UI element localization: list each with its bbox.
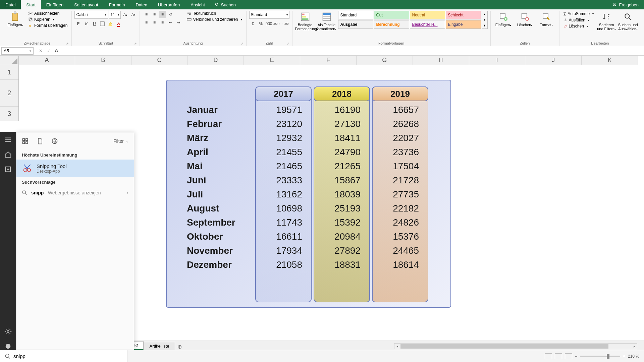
paste-button[interactable]: Einfügen▾ [5,11,25,27]
column-header[interactable]: K [582,56,638,65]
copy-button[interactable]: Kopieren▾ [27,17,69,22]
sort-filter-button[interactable]: Sortieren und Filtern▾ [596,11,616,31]
taskbar-search-box[interactable] [0,350,127,362]
hamburger-icon[interactable] [4,136,12,143]
column-header[interactable]: G [357,56,413,65]
style-gut[interactable]: Gut [374,11,409,19]
horizontal-scrollbar[interactable]: ◂ ▸ [394,343,637,349]
format-painter-button[interactable]: Format übertragen [27,23,69,28]
decrease-font-button[interactable]: A▾ [129,11,137,18]
select-all-button[interactable] [0,56,19,65]
column-header[interactable]: C [131,56,188,65]
scroll-left-button[interactable]: ◂ [394,344,400,349]
align-center-button[interactable]: ≡ [151,19,158,26]
font-size-dropdown[interactable]: 11▾ [109,11,121,19]
column-header[interactable]: B [75,56,131,65]
bold-button[interactable]: F [74,20,82,27]
italic-button[interactable]: K [83,20,90,27]
font-name-dropdown[interactable]: Calibri▾ [74,11,108,19]
underline-button[interactable]: U [91,20,98,27]
cortana-icon[interactable] [4,343,12,350]
view-page-layout-button[interactable] [555,353,562,359]
row-header[interactable]: 3 [0,107,18,121]
cut-button[interactable]: Ausschneiden [27,11,69,16]
zoom-level[interactable]: 210 % [628,354,639,359]
font-launcher[interactable]: ⤢ [134,42,137,45]
style-standard[interactable]: Standard [338,11,373,19]
clock-icon[interactable] [4,166,12,173]
align-bottom-button[interactable]: ≡ [159,11,166,18]
accounting-format-button[interactable]: € [249,20,257,27]
tab-start[interactable]: Start [21,0,41,9]
tab-seitenlayout[interactable]: Seitenlayout [69,0,104,9]
row-header[interactable]: 2 [0,80,18,107]
number-launcher[interactable]: ⤢ [287,42,289,45]
formula-input[interactable] [62,47,644,55]
align-left-button[interactable]: ≡ [143,19,150,26]
zoom-slider[interactable] [580,356,620,357]
clipboard-launcher[interactable]: ⤢ [66,42,69,45]
scroll-thumb[interactable] [400,344,608,349]
row-header[interactable]: 1 [0,65,18,80]
fill-color-button[interactable] [107,20,114,27]
home-icon[interactable] [4,151,12,158]
number-format-dropdown[interactable]: Standard▾ [249,11,289,19]
zoom-in-button[interactable]: + [623,354,625,359]
style-berechnung[interactable]: Berechnung [374,20,409,29]
gear-icon[interactable] [4,328,12,335]
tab-ansicht[interactable]: Ansicht [185,0,210,9]
merge-center-button[interactable]: Verbinden und zentrieren▾ [185,17,243,22]
align-middle-button[interactable]: ≡ [151,11,158,18]
tab-ueberpruefen[interactable]: Überprüfen [153,0,185,9]
styles-gallery-more[interactable]: ▴▾▼ [482,11,488,29]
web-scope-icon[interactable] [51,138,58,144]
alignment-launcher[interactable]: ⤢ [241,42,244,45]
column-header[interactable]: J [525,56,582,65]
wrap-text-button[interactable]: Textumbruch [185,11,243,16]
style-ausgabe[interactable]: Ausgabe [338,20,373,29]
search-result-snipping-tool[interactable]: Snipping Tool Desktop-App [16,160,134,177]
fill-button[interactable]: Ausfüllen▾ [562,17,595,23]
view-normal-button[interactable] [545,353,552,359]
find-select-button[interactable]: Suchen und Auswählen▾ [618,11,638,31]
column-header[interactable]: D [187,56,244,65]
decrease-decimal-button[interactable]: ←.00 [281,20,289,27]
tab-einfuegen[interactable]: Einfügen [41,0,69,9]
increase-decimal-button[interactable]: .00→ [273,20,281,27]
style-besuchter-link[interactable]: Besuchter H... [410,20,445,29]
sheet-tab-artikelliste[interactable]: Artikelliste [144,342,175,350]
percent-format-button[interactable]: % [257,20,265,27]
zoom-out-button[interactable]: − [575,354,577,359]
format-as-table-button[interactable]: Als Tabelle formatieren▾ [317,11,337,31]
tab-datei[interactable]: Datei [0,0,21,9]
search-suggestion-web[interactable]: snipp - Webergebnisse anzeigen › [16,187,134,199]
cancel-formula-button[interactable]: ✕ [37,47,44,55]
share-button[interactable]: Freigeben [607,0,644,9]
tell-me-search[interactable]: Suchen [210,0,240,9]
tab-formeln[interactable]: Formeln [104,0,130,9]
decrease-indent-button[interactable]: ⇤ [167,19,174,26]
apps-scope-icon[interactable] [22,138,29,144]
style-neutral[interactable]: Neutral [410,11,445,19]
insert-cells-button[interactable]: Einfügen▾ [493,11,514,27]
autosum-button[interactable]: ΣAutoSumme▾ [562,11,595,17]
name-box[interactable]: A5▾ [1,47,34,55]
column-header[interactable]: F [300,56,357,65]
fx-button[interactable]: fx [53,47,60,55]
increase-indent-button[interactable]: ⇥ [175,19,182,26]
column-header[interactable]: A [19,56,75,65]
align-right-button[interactable]: ≡ [159,19,166,26]
search-filter-dropdown[interactable]: Filter⌄ [113,138,128,144]
style-eingabe[interactable]: Eingabe [446,20,481,29]
increase-font-button[interactable]: A▴ [121,11,129,18]
conditional-formatting-button[interactable]: Bedingte Formatierung▾ [295,11,315,31]
comma-format-button[interactable]: 000 [265,20,273,27]
delete-cells-button[interactable]: Löschen▾ [515,11,535,27]
clear-button[interactable]: Löschen▾ [562,23,595,29]
view-page-break-button[interactable] [565,353,572,359]
add-sheet-button[interactable]: ⊕ [175,344,184,350]
style-schlecht[interactable]: Schlecht [446,11,481,19]
enter-formula-button[interactable]: ✓ [45,47,52,55]
column-header[interactable]: H [413,56,469,65]
tab-daten[interactable]: Daten [130,0,153,9]
